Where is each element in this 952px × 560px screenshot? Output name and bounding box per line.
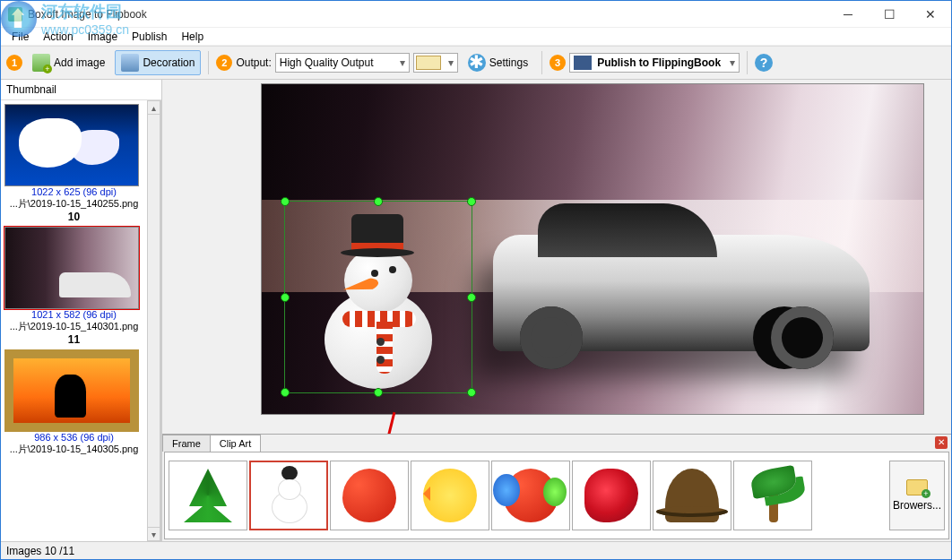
clipart-tree[interactable]	[169, 461, 247, 530]
menu-publish[interactable]: Publish	[125, 29, 174, 45]
window-title: Boxoft Image to Flipbook	[28, 8, 827, 21]
menu-help[interactable]: Help	[174, 29, 211, 45]
book-style-select[interactable]	[413, 53, 458, 73]
thumbnail-item[interactable]: 1022 x 625 (96 dpi) ...片\2019-10-15_1402…	[4, 104, 143, 223]
resize-handle-ne[interactable]	[467, 197, 476, 206]
thumbnail-path: ...片\2019-10-15_140305.png	[4, 443, 143, 456]
toolbar-separator	[541, 51, 542, 74]
thumbnail-number: 10	[4, 211, 143, 223]
publish-label: Publish to FlippingBook	[597, 56, 721, 69]
thumbnail-dims: 986 x 536 (96 dpi)	[4, 432, 143, 443]
palm-icon	[746, 469, 800, 522]
thumbnail-path: ...片\2019-10-15_140255.png	[4, 197, 143, 211]
close-button[interactable]: ✕	[910, 1, 951, 28]
canvas-image[interactable]	[261, 83, 924, 415]
clipart-chick[interactable]	[411, 461, 489, 530]
canvas-viewport[interactable]	[162, 80, 951, 434]
main-area: Thumbnail 1022 x 625 (96 dpi) ...片\2019-…	[1, 80, 951, 541]
balloon-icon	[342, 469, 396, 522]
clipart-row: Browers...	[164, 452, 949, 539]
clipart-snowman[interactable]	[249, 461, 328, 530]
add-image-label: Add image	[54, 56, 105, 69]
resize-handle-nw[interactable]	[281, 197, 290, 206]
decoration-label: Decoration	[143, 56, 195, 69]
thumbnail-image	[4, 104, 139, 186]
title-bar: Boxoft Image to Flipbook ─ ☐ ✕	[1, 1, 951, 28]
thumbnail-image	[4, 349, 139, 432]
browse-label: Browers...	[893, 499, 941, 512]
decoration-tabs: Frame Clip Art ✕	[162, 435, 951, 452]
car-wheel	[771, 306, 834, 369]
resize-handle-e[interactable]	[467, 293, 476, 302]
folder-icon	[906, 479, 928, 495]
output-label: Output:	[236, 56, 271, 69]
chick-icon	[423, 469, 477, 522]
thumbnail-item[interactable]: 986 x 536 (96 dpi) ...片\2019-10-15_14030…	[4, 349, 143, 456]
decoration-icon	[121, 54, 139, 72]
output-quality-value: High Quality Output	[280, 56, 374, 69]
scroll-track[interactable]	[147, 115, 160, 527]
resize-handle-se[interactable]	[467, 388, 476, 397]
menu-image[interactable]: Image	[81, 29, 125, 45]
browse-button[interactable]: Browers...	[889, 461, 945, 530]
add-image-button[interactable]: Add image	[26, 50, 111, 75]
thumbnail-path: ...片\2019-10-15_140301.png	[4, 320, 143, 333]
annotation-arrow-icon	[376, 412, 396, 434]
scroll-up-button[interactable]: ▴	[147, 100, 160, 115]
step-2-badge: 2	[216, 55, 232, 71]
step-3-badge: 3	[550, 55, 566, 71]
rose-icon	[584, 469, 638, 522]
clipart-strip[interactable]	[169, 461, 889, 530]
thumbnail-list[interactable]: 1022 x 625 (96 dpi) ...片\2019-10-15_1402…	[1, 100, 147, 541]
thumbnail-number: 11	[4, 333, 143, 346]
resize-handle-sw[interactable]	[281, 388, 290, 397]
minimize-button[interactable]: ─	[827, 1, 869, 28]
clipart-palm[interactable]	[733, 461, 812, 530]
thumbnail-dims: 1022 x 625 (96 dpi)	[4, 186, 143, 197]
publish-dropdown[interactable]: Publish to FlippingBook	[569, 53, 740, 73]
resize-handle-s[interactable]	[374, 388, 383, 397]
balloons-icon	[504, 469, 558, 522]
settings-button[interactable]: Settings	[462, 50, 534, 75]
thumbnail-dims: 1021 x 582 (96 dpi)	[4, 309, 143, 320]
menu-bar: File Action Image Publish Help	[1, 28, 951, 46]
selection-box[interactable]	[284, 201, 472, 393]
canvas-area: Frame Clip Art ✕ Browers...	[162, 80, 951, 541]
add-image-icon	[32, 54, 50, 72]
book-icon	[574, 56, 592, 70]
scroll-down-button[interactable]: ▾	[147, 527, 160, 541]
tab-frame[interactable]: Frame	[162, 435, 211, 452]
status-bar: Images 10 /11	[1, 541, 951, 559]
thumbnail-scrollbar[interactable]: ▴ ▾	[147, 100, 161, 541]
clipart-balloon[interactable]	[330, 461, 409, 530]
book-style-icon	[416, 56, 441, 70]
menu-action[interactable]: Action	[36, 29, 80, 45]
help-button[interactable]: ?	[755, 54, 773, 72]
decoration-panel: Frame Clip Art ✕ Browers...	[162, 434, 951, 541]
clipart-rose[interactable]	[572, 461, 651, 530]
toolbar-separator	[208, 51, 209, 74]
clipart-balloons[interactable]	[491, 461, 570, 530]
thumbnail-item[interactable]: 1021 x 582 (96 dpi) ...片\2019-10-15_1403…	[4, 227, 143, 346]
resize-handle-n[interactable]	[374, 197, 383, 206]
snowman-icon	[262, 469, 316, 522]
thumbnail-header: Thumbnail	[1, 80, 161, 100]
thumbnail-sidebar: Thumbnail 1022 x 625 (96 dpi) ...片\2019-…	[1, 80, 162, 541]
panel-close-button[interactable]: ✕	[935, 436, 948, 449]
toolbar: 1 Add image Decoration 2 Output: High Qu…	[1, 46, 951, 80]
thumbnail-image	[4, 227, 139, 309]
output-quality-select[interactable]: High Quality Output	[275, 53, 410, 73]
gear-icon	[468, 54, 486, 72]
hat-icon	[665, 469, 719, 522]
decoration-button[interactable]: Decoration	[115, 50, 201, 75]
settings-label: Settings	[489, 56, 528, 69]
toolbar-separator	[747, 51, 748, 74]
menu-file[interactable]: File	[4, 29, 36, 45]
tab-clipart[interactable]: Clip Art	[210, 435, 261, 452]
maximize-button[interactable]: ☐	[869, 1, 910, 28]
resize-handle-w[interactable]	[281, 293, 290, 302]
clipart-hat[interactable]	[653, 461, 731, 530]
tree-icon	[181, 469, 235, 522]
step-1-badge: 1	[6, 55, 22, 71]
status-text: Images 10 /11	[6, 545, 74, 557]
